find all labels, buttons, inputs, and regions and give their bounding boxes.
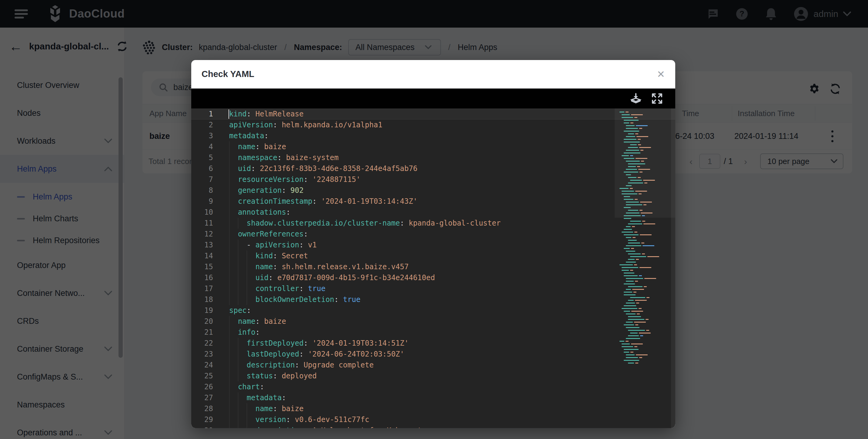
line-number: 15 bbox=[191, 261, 213, 272]
minimap-line bbox=[618, 338, 671, 339]
minimap-line bbox=[618, 226, 671, 227]
line-number: 29 bbox=[191, 414, 213, 425]
minimap-line bbox=[618, 294, 671, 295]
minimap-line bbox=[618, 314, 671, 314]
yaml-editor[interactable]: 1kind: HelmRelease2apiVersion: helm.kpan… bbox=[191, 109, 675, 428]
code-line-1: 1kind: HelmRelease bbox=[191, 109, 675, 119]
code-line-19: 19spec: bbox=[191, 305, 675, 316]
code-text: apiVersion: helm.kpanda.io/v1alpha1 bbox=[229, 119, 382, 130]
code-line-13: 13 - apiVersion: v1 bbox=[191, 239, 675, 251]
code-text: kind: HelmRelease bbox=[229, 109, 304, 119]
minimap-line bbox=[618, 232, 671, 233]
code-line-27: 27 metadata: bbox=[191, 392, 675, 403]
code-text: blockOwnerDeletion: true bbox=[229, 294, 361, 305]
code-line-21: 21 info: bbox=[191, 327, 675, 338]
code-text: name: sh.helm.release.v1.baize.v457 bbox=[229, 261, 408, 272]
code-line-12: 12 ownerReferences: bbox=[191, 229, 675, 239]
code-text: name: baize bbox=[229, 403, 304, 414]
code-line-8: 8 generation: 902 bbox=[191, 185, 675, 196]
code-text: info: bbox=[229, 327, 260, 338]
code-text: resourceVersion: '224887115' bbox=[229, 174, 361, 185]
minimap-line bbox=[618, 240, 671, 241]
close-icon[interactable]: ✕ bbox=[657, 69, 665, 79]
code-line-15: 15 name: sh.helm.release.v1.baize.v457 bbox=[191, 261, 675, 272]
code-text: controller: true bbox=[229, 283, 326, 294]
minimap-line bbox=[618, 272, 671, 273]
minimap-line bbox=[618, 335, 671, 336]
line-number: 6 bbox=[191, 163, 213, 174]
minimap-line bbox=[618, 316, 671, 317]
code-line-10: 10 annotations: bbox=[191, 207, 675, 218]
code-text: status: deployed bbox=[229, 371, 317, 381]
code-line-28: 28 name: baize bbox=[191, 403, 675, 414]
line-number: 7 bbox=[191, 174, 213, 185]
minimap-line bbox=[618, 300, 671, 301]
code-text: namespace: baize-system bbox=[229, 152, 339, 163]
line-number: 11 bbox=[191, 218, 213, 229]
minimap-line bbox=[618, 349, 671, 350]
minimap-line bbox=[618, 289, 671, 290]
code-line-4: 4 name: baize bbox=[191, 141, 675, 152]
modal-header: Check YAML ✕ bbox=[191, 60, 675, 89]
code-line-5: 5 namespace: baize-system bbox=[191, 152, 675, 163]
minimap-line bbox=[618, 248, 671, 249]
editor-scrollbar[interactable] bbox=[671, 109, 675, 428]
modal-title: Check YAML bbox=[202, 69, 254, 79]
code-line-3: 3metadata: bbox=[191, 130, 675, 141]
minimap-line bbox=[618, 311, 671, 312]
code-line-29: 29 version: v0.6-dev-511c77fc bbox=[191, 414, 675, 425]
minimap-line bbox=[618, 284, 671, 284]
minimap-line bbox=[618, 237, 671, 238]
editor-toolbar bbox=[191, 89, 675, 109]
line-number: 16 bbox=[191, 272, 213, 283]
minimap-line bbox=[618, 360, 671, 361]
line-number: 4 bbox=[191, 141, 213, 152]
fullscreen-icon[interactable] bbox=[651, 92, 663, 105]
code-line-2: 2apiVersion: helm.kpanda.io/v1alpha1 bbox=[191, 119, 675, 130]
minimap-line bbox=[618, 344, 671, 344]
minimap-line bbox=[618, 332, 671, 333]
code-line-22: 22 firstDeployed: '2024-01-19T03:14:51Z' bbox=[191, 338, 675, 349]
line-number: 9 bbox=[191, 196, 213, 207]
code-line-11: 11 shadow.clusterpedia.io/cluster-name: … bbox=[191, 218, 675, 229]
code-text: creationTimestamp: '2024-01-19T03:14:43Z… bbox=[229, 196, 417, 207]
code-text: ownerReferences: bbox=[229, 229, 308, 239]
download-icon[interactable] bbox=[630, 92, 642, 105]
line-number: 25 bbox=[191, 371, 213, 381]
code-text: chart: bbox=[229, 381, 264, 392]
minimap-line bbox=[618, 322, 671, 323]
line-number: 28 bbox=[191, 403, 213, 414]
line-number: 12 bbox=[191, 229, 213, 239]
line-number: 19 bbox=[191, 305, 213, 316]
minimap-viewport bbox=[615, 109, 675, 218]
minimap-line bbox=[618, 251, 671, 252]
minimap-line bbox=[618, 270, 671, 271]
code-line-23: 23 lastDeployed: '2024-06-24T02:03:50Z' bbox=[191, 349, 675, 359]
line-number: 14 bbox=[191, 251, 213, 261]
line-number: 24 bbox=[191, 359, 213, 371]
code-text: name: baize bbox=[229, 316, 286, 327]
line-number: 10 bbox=[191, 207, 213, 218]
line-number: 1 bbox=[191, 109, 213, 119]
minimap-line bbox=[618, 262, 671, 263]
code-text: uid: 22c13f6f-83b3-4d6e-8358-244e4af5ab7… bbox=[229, 163, 417, 174]
code-line-26: 26 chart: bbox=[191, 381, 675, 392]
line-number: 26 bbox=[191, 381, 213, 392]
screen: DaoCloud ? admin ← kpanda-global-cl... bbox=[0, 0, 868, 439]
minimap-line bbox=[618, 221, 671, 222]
code-text: kind: Secret bbox=[229, 251, 308, 261]
line-number: 21 bbox=[191, 327, 213, 338]
code-line-14: 14 kind: Secret bbox=[191, 251, 675, 261]
minimap-line bbox=[618, 305, 671, 306]
minimap-line bbox=[618, 362, 671, 363]
code-text: uid: e70d7817-009d-4b15-9f1c-b34e244610e… bbox=[229, 272, 435, 283]
minimap-line bbox=[618, 330, 671, 331]
code-text: metadata: bbox=[229, 392, 286, 403]
line-number: 3 bbox=[191, 130, 213, 141]
code-text: name: baize bbox=[229, 141, 286, 152]
minimap-line bbox=[618, 357, 671, 358]
line-number: 30 bbox=[191, 425, 213, 428]
minimap-line bbox=[618, 297, 671, 298]
minimap-line bbox=[618, 229, 671, 230]
minimap-line bbox=[618, 242, 671, 243]
